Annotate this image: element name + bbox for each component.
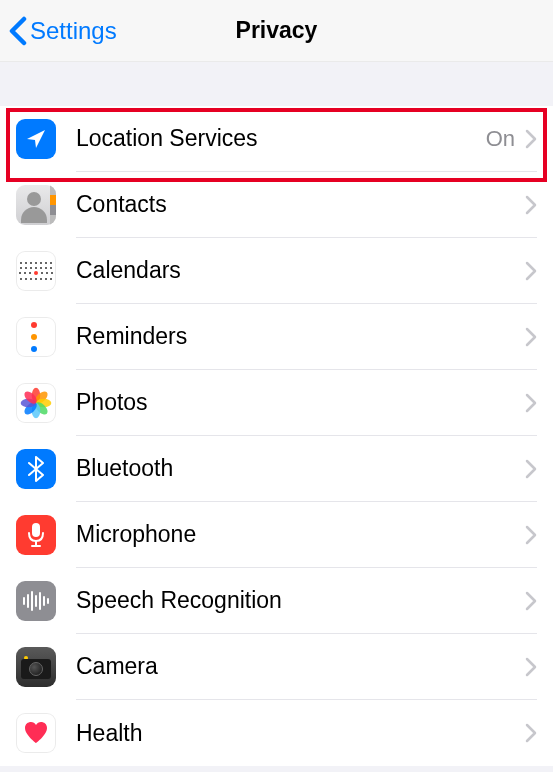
- waveform-icon: [16, 581, 56, 621]
- photos-icon: [16, 383, 56, 423]
- row-label: Health: [76, 720, 525, 747]
- row-label: Location Services: [76, 125, 486, 152]
- section-spacer: [0, 62, 553, 106]
- row-label: Photos: [76, 389, 525, 416]
- row-value: On: [486, 126, 515, 152]
- reminders-icon: [16, 317, 56, 357]
- chevron-right-icon: [525, 195, 537, 215]
- microphone-row[interactable]: Microphone: [0, 502, 553, 568]
- camera-icon: [16, 647, 56, 687]
- reminders-row[interactable]: Reminders: [0, 304, 553, 370]
- row-label: Reminders: [76, 323, 525, 350]
- photos-row[interactable]: Photos: [0, 370, 553, 436]
- calendar-icon: [16, 251, 56, 291]
- heart-icon: [16, 713, 56, 753]
- bluetooth-icon: [16, 449, 56, 489]
- navbar: Settings Privacy: [0, 0, 553, 62]
- chevron-right-icon: [525, 129, 537, 149]
- microphone-icon: [16, 515, 56, 555]
- row-label: Bluetooth: [76, 455, 525, 482]
- settings-list: Location Services On Contacts: [0, 106, 553, 766]
- svg-rect-8: [32, 523, 40, 537]
- row-label: Camera: [76, 653, 525, 680]
- back-button[interactable]: Settings: [0, 16, 117, 46]
- chevron-left-icon: [8, 16, 28, 46]
- location-services-row[interactable]: Location Services On: [0, 106, 553, 172]
- chevron-right-icon: [525, 525, 537, 545]
- health-row[interactable]: Health: [0, 700, 553, 766]
- chevron-right-icon: [525, 327, 537, 347]
- chevron-right-icon: [525, 591, 537, 611]
- back-label: Settings: [30, 17, 117, 45]
- contacts-row[interactable]: Contacts: [0, 172, 553, 238]
- bluetooth-row[interactable]: Bluetooth: [0, 436, 553, 502]
- contacts-icon: [16, 185, 56, 225]
- chevron-right-icon: [525, 657, 537, 677]
- row-label: Calendars: [76, 257, 525, 284]
- row-label: Speech Recognition: [76, 587, 525, 614]
- row-label: Microphone: [76, 521, 525, 548]
- chevron-right-icon: [525, 459, 537, 479]
- speech-recognition-row[interactable]: Speech Recognition: [0, 568, 553, 634]
- chevron-right-icon: [525, 261, 537, 281]
- camera-row[interactable]: Camera: [0, 634, 553, 700]
- calendars-row[interactable]: Calendars: [0, 238, 553, 304]
- row-label: Contacts: [76, 191, 525, 218]
- location-arrow-icon: [16, 119, 56, 159]
- chevron-right-icon: [525, 723, 537, 743]
- chevron-right-icon: [525, 393, 537, 413]
